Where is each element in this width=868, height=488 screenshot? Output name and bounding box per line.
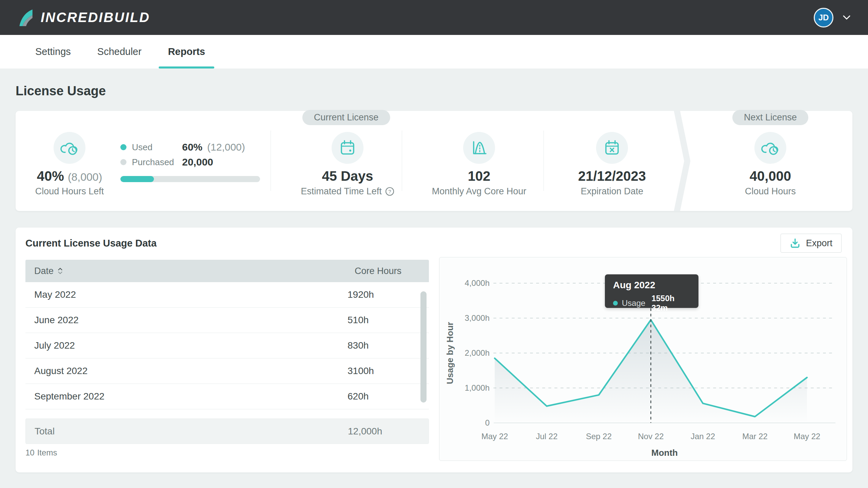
- date-cell: August 2022: [25, 366, 346, 376]
- bell-curve-icon: [463, 132, 495, 164]
- calendar-x-icon: [596, 132, 628, 164]
- y-tick-label: 4,000h: [465, 278, 490, 288]
- expiration-date-value: 21/12/2023: [554, 169, 670, 184]
- used-amount: (12,000): [207, 141, 245, 153]
- purchased-legend-row: Purchased 20,000: [120, 156, 260, 169]
- usage-table-header: Date Core Hours: [25, 260, 429, 282]
- date-cell: May 2022: [25, 289, 346, 300]
- table-row: September 2022620h: [25, 384, 429, 409]
- cloud-hours-left-amount: (8,000): [68, 171, 102, 183]
- date-cell: September 2022: [25, 391, 346, 402]
- usage-chart-panel: 01,000h2,000h3,000h4,000hMay 22Jul 22Sep…: [439, 257, 847, 461]
- brand-name: INCREDIBUILD: [41, 10, 150, 25]
- cloud-hours-left-value: 40% (8,000): [24, 169, 115, 184]
- tab-reports[interactable]: Reports: [168, 35, 205, 69]
- avatar[interactable]: JD: [814, 8, 833, 27]
- tooltip-value: 1550h 32m: [651, 294, 690, 313]
- tab-bar: SettingsSchedulerReports: [0, 35, 868, 69]
- chart-tooltip: Aug 2022 Usage 1550h 32m: [605, 274, 698, 308]
- cloud-clock-icon: [754, 132, 786, 164]
- tab-label: Scheduler: [97, 46, 142, 57]
- cloud-hours-left-label: Cloud Hours Left: [24, 186, 115, 197]
- x-tick-label: May 22: [481, 432, 508, 441]
- cloud-hours-left-stat: 40% (8,000) Cloud Hours Left: [24, 111, 115, 197]
- usage-legend-block: Used 60% (12,000) Purchased 20,000: [120, 141, 260, 182]
- date-header-label: Date: [34, 266, 54, 276]
- incredibuild-swoosh-icon: [18, 8, 33, 27]
- usage-data-title: Current License Usage Data: [25, 238, 157, 249]
- used-legend-row: Used 60% (12,000): [120, 141, 260, 154]
- next-license-label: Cloud Hours: [713, 186, 828, 197]
- x-tick-label: Jul 22: [536, 432, 557, 441]
- x-tick-label: Jan 22: [691, 432, 715, 441]
- date-column-header[interactable]: Date: [25, 266, 346, 276]
- purchased-dot-icon: [120, 159, 126, 165]
- usage-series-dot-icon: [613, 301, 618, 306]
- table-row: July 2022830h: [25, 333, 429, 358]
- divider: [271, 131, 271, 191]
- user-menu[interactable]: JD: [814, 8, 850, 27]
- core-hours-cell: 510h: [346, 315, 429, 326]
- tooltip-title: Aug 2022: [613, 280, 690, 291]
- monthly-avg-core-hour-stat: 102 Monthly Avg Core Hour: [421, 111, 537, 197]
- cloud-clock-icon: [54, 132, 85, 164]
- estimated-time-left-stat: 45 Days Estimated Time Left ?: [290, 111, 405, 197]
- usage-table-body: May 20221920hJune 2022510hJuly 2022830hA…: [25, 282, 429, 409]
- calendar-icon: [332, 132, 363, 164]
- used-dot-icon: [120, 144, 126, 150]
- total-value: 12,000h: [348, 426, 382, 436]
- date-cell: June 2022: [25, 315, 346, 326]
- core-hours-header-label: Core Hours: [355, 266, 401, 276]
- y-tick-label: 0: [485, 418, 490, 427]
- export-button[interactable]: Export: [781, 234, 842, 253]
- monthly-avg-core-hour-value: 102: [421, 169, 537, 184]
- usage-data-card: Current License Usage Data Export Date: [16, 228, 852, 472]
- x-tick-label: Sep 22: [586, 432, 612, 441]
- sort-icon[interactable]: [58, 268, 63, 274]
- table-row: June 2022510h: [25, 308, 429, 333]
- usage-table-total-row: Total 12,000h: [25, 418, 429, 444]
- page-title: License Usage: [16, 84, 852, 98]
- y-tick-label: 3,000h: [465, 313, 490, 323]
- purchased-label: Purchased: [132, 157, 182, 168]
- download-icon: [790, 238, 801, 249]
- date-cell: July 2022: [25, 340, 346, 351]
- core-hours-cell: 3100h: [346, 366, 429, 376]
- usage-progress-bar: [120, 176, 260, 182]
- core-hours-cell: 830h: [346, 340, 429, 351]
- tab-label: Settings: [35, 46, 71, 57]
- table-row: August 20223100h: [25, 358, 429, 384]
- license-summary-card: Current License Next License 40% (8,000)…: [16, 111, 852, 211]
- y-tick-label: 2,000h: [465, 348, 490, 357]
- top-bar: INCREDIBUILD JD: [0, 0, 868, 35]
- estimated-time-left-value: 45 Days: [290, 169, 405, 184]
- table-row: May 20221920h: [25, 282, 429, 308]
- monthly-avg-core-hour-label: Monthly Avg Core Hour: [421, 186, 537, 197]
- page-content: License Usage Current License Next Licen…: [0, 84, 868, 472]
- chevron-down-icon[interactable]: [843, 15, 850, 20]
- core-hours-column-header: Core Hours: [346, 266, 429, 276]
- tooltip-usage-row: Usage 1550h 32m: [613, 294, 690, 313]
- tab-label: Reports: [168, 46, 205, 57]
- table-scrollbar-thumb[interactable]: [420, 291, 427, 403]
- divider: [544, 131, 544, 191]
- expiration-date-stat: 21/12/2023 Expiration Date: [554, 111, 670, 197]
- items-count: 10 Items: [25, 448, 57, 457]
- help-icon[interactable]: ?: [385, 187, 394, 196]
- y-axis-title: Usage by Hour: [445, 322, 455, 384]
- used-label: Used: [132, 142, 182, 153]
- tab-settings[interactable]: Settings: [35, 35, 71, 69]
- core-hours-cell: 1920h: [346, 289, 429, 300]
- tooltip-series-label: Usage: [622, 298, 645, 308]
- items-count-label: Items: [37, 448, 57, 457]
- core-hours-cell: 620h: [346, 391, 429, 402]
- x-tick-label: Mar 22: [742, 432, 768, 441]
- x-axis-title: Month: [651, 448, 678, 458]
- next-license-value: 40,000: [713, 169, 828, 184]
- export-button-label: Export: [806, 238, 832, 249]
- expiration-date-label: Expiration Date: [554, 186, 670, 197]
- tab-scheduler[interactable]: Scheduler: [97, 35, 142, 69]
- estimated-time-left-label: Estimated Time Left ?: [290, 186, 405, 197]
- usage-table: Date Core Hours May 20221920hJune 202251…: [25, 260, 429, 444]
- cloud-hours-left-percent: 40%: [37, 169, 64, 183]
